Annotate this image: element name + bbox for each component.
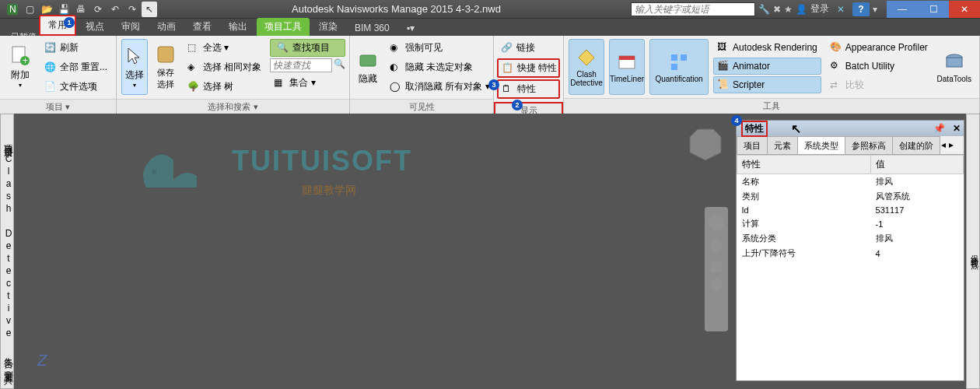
maximize-button[interactable]: ☐ — [918, 1, 949, 18]
timeliner-icon — [616, 51, 638, 73]
navigation-bar[interactable] — [705, 207, 728, 331]
properties-button[interactable]: 🗒特性 — [497, 79, 560, 99]
star-icon[interactable]: ★ — [784, 4, 793, 15]
find-items-button[interactable]: 🔍查找项目 — [270, 39, 345, 57]
unhide-all-button[interactable]: ◯取消隐藏 所有对象 ▾ — [386, 78, 494, 96]
svg-rect-29 — [711, 261, 722, 272]
datatools-button[interactable]: DataTools — [936, 39, 972, 95]
print-icon[interactable]: 🖶 — [73, 2, 89, 17]
tab-extra-icon[interactable]: ▪▾ — [399, 20, 422, 36]
window-controls: — ☐ ✕ — [887, 1, 980, 18]
table-row: 系统分类排风 — [737, 231, 964, 246]
ptab-created-phase[interactable]: 创建的阶 — [892, 136, 940, 154]
pin-icon[interactable]: 📌 — [933, 123, 945, 134]
tab-viewpoint[interactable]: 视点 — [78, 18, 112, 36]
sets-button[interactable]: ▦集合 ▾ — [270, 74, 345, 92]
select-same-button[interactable]: ◈选择 相同对象 — [184, 58, 265, 76]
require-button[interactable]: ◉强制可见 — [386, 39, 494, 57]
app-menu-icon[interactable]: N — [5, 2, 20, 17]
timeliner-button[interactable]: TimeLiner — [609, 39, 645, 95]
search-input[interactable] — [631, 2, 755, 16]
svg-marker-25 — [690, 129, 721, 160]
tab-view[interactable]: 查看 — [185, 18, 219, 36]
selection-tree-button[interactable]: 🌳选择 树 — [184, 78, 265, 96]
properties-tabs: 项目 元素 系统类型 参照标高 创建的阶 ◂ ▸ — [737, 136, 964, 155]
col-property: 特性 — [737, 156, 871, 174]
properties-title-bar[interactable]: 特性 ↖ 📌 ✕ — [737, 121, 964, 136]
render-icon: 🖼 — [717, 41, 730, 54]
scripter-icon: 📜 — [717, 79, 730, 91]
tab-render[interactable]: 渲染 — [311, 18, 345, 36]
appearance-profiler-button[interactable]: 🎨Appearance Profiler — [826, 39, 932, 56]
select-button[interactable]: 选择▾ — [121, 39, 148, 95]
watermark-logo — [131, 141, 216, 205]
login-label[interactable]: 登录 — [810, 2, 829, 16]
tab-scroll-right-icon[interactable]: ▸ — [947, 136, 955, 154]
svg-marker-18 — [451, 114, 513, 389]
links-button[interactable]: 🔗链接 — [497, 39, 560, 57]
right-dock-tab[interactable]: 保存的视点 — [966, 114, 980, 389]
undo-icon[interactable]: ↶ — [107, 2, 123, 17]
redo-icon[interactable]: ↷ — [124, 2, 140, 17]
animator-button[interactable]: 🎬Animator — [713, 58, 821, 75]
file-options-button[interactable]: 📄文件选项 — [40, 78, 111, 96]
svg-rect-6 — [360, 55, 376, 66]
properties-table: 特性值 名称排风 类别风管系统 Id531117 计算-1 系统分类排风 上升/… — [737, 155, 964, 261]
clash-detective-button[interactable]: Clash Detective — [569, 39, 604, 95]
tab-output[interactable]: 输出 — [221, 18, 255, 36]
tab-review[interactable]: 审阅 — [114, 18, 148, 36]
view-cube[interactable] — [686, 121, 725, 160]
panel-title-tools: 工具 — [564, 98, 979, 114]
tab-item-tools[interactable]: 项目工具 — [257, 18, 310, 36]
search-go-icon[interactable]: 🔍 — [334, 58, 345, 72]
append-button[interactable]: + 附加▾ — [5, 39, 36, 95]
table-row: 名称排风 — [737, 174, 964, 190]
find-icon: 🔍 — [277, 42, 289, 54]
compass-z: Z — [37, 352, 100, 383]
ptab-ref-level[interactable]: 参照标高 — [845, 136, 893, 154]
autodesk-rendering-button[interactable]: 🖼Autodesk Rendering — [713, 39, 821, 56]
tab-animation[interactable]: 动画 — [149, 18, 184, 36]
appearance-icon: 🎨 — [830, 41, 842, 54]
hide-icon — [357, 49, 379, 71]
ptab-system-type[interactable]: 系统类型 — [797, 136, 845, 154]
ptab-element[interactable]: 元素 — [767, 136, 798, 154]
exchange-icon[interactable]: ✖ — [773, 4, 781, 15]
panel-close-icon[interactable]: ✕ — [953, 123, 961, 134]
quick-find-input[interactable] — [270, 58, 332, 72]
close-button[interactable]: ✕ — [949, 1, 980, 18]
hide-button[interactable]: 隐藏 — [355, 39, 381, 95]
select-cursor-icon[interactable]: ↖ — [142, 2, 157, 17]
quantification-button[interactable]: Quantification — [649, 39, 709, 95]
tool-icon[interactable]: 🔧 — [758, 4, 770, 15]
dropdown-icon[interactable]: ▾ — [873, 4, 877, 15]
compare-button[interactable]: ⇄比较 — [826, 76, 932, 94]
tab-scroll-left-icon[interactable]: ◂ — [940, 136, 947, 154]
quick-access-toolbar: N ▢ 📂 💾 🖶 ⟳ ↶ ↷ ↖ — [0, 2, 162, 17]
svg-rect-10 — [681, 54, 687, 61]
tab-bim360[interactable]: BIM 360 — [347, 20, 397, 36]
hide-unselected-button[interactable]: ◐隐藏 未选定对象 — [386, 58, 494, 76]
batch-utility-button[interactable]: ⚙Batch Utility — [826, 58, 932, 75]
svg-point-30 — [710, 279, 723, 291]
refresh-button[interactable]: 🔄刷新 — [40, 39, 111, 57]
quant-icon — [668, 51, 690, 73]
refresh-icon[interactable]: ⟳ — [90, 2, 106, 17]
save-selection-button[interactable]: 保存 选择 — [152, 39, 179, 95]
col-value: 值 — [871, 156, 964, 174]
reset-all-button[interactable]: 🌐全部 重置... — [40, 58, 111, 76]
select-all-button[interactable]: ⬚全选 ▾ — [184, 39, 265, 57]
exchange-x-icon[interactable]: ✕ — [837, 4, 845, 15]
left-dock-tabs[interactable]: 项目目录 Clash Detective 集合 测量工具 — [0, 114, 14, 389]
scripter-button[interactable]: 📜Scripter — [713, 76, 821, 93]
user-icon[interactable]: 👤 — [796, 4, 807, 15]
quick-props-button[interactable]: 📋快捷 特性 — [497, 58, 560, 78]
new-icon[interactable]: ▢ — [22, 2, 37, 17]
minimize-button[interactable]: — — [887, 1, 918, 18]
props-icon: 🗒 — [502, 83, 514, 96]
svg-rect-9 — [671, 54, 677, 61]
svg-marker-21 — [513, 207, 716, 389]
ptab-item[interactable]: 项目 — [737, 136, 768, 154]
help-icon[interactable]: ? — [852, 2, 870, 16]
panel-tools: Clash Detective TimeLiner Quantification… — [564, 36, 980, 113]
